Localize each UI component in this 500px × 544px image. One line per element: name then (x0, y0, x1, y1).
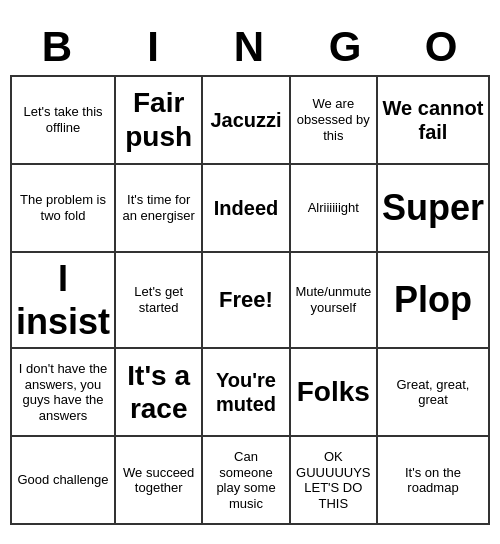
header-b: B (10, 19, 106, 75)
bingo-cell-12: Free! (203, 253, 290, 349)
bingo-cell-20: Good challenge (12, 437, 116, 525)
bingo-grid: Let's take this offlineFair pushJacuzziW… (10, 75, 490, 525)
bingo-header: B I N G O (10, 19, 490, 75)
bingo-cell-13: Mute/unmute yourself (291, 253, 378, 349)
bingo-cell-16: It's a race (116, 349, 203, 437)
header-o: O (394, 19, 490, 75)
bingo-cell-23: OK GUUUUUYS LET'S DO THIS (291, 437, 378, 525)
bingo-cell-9: Super (378, 165, 490, 253)
header-i: I (106, 19, 202, 75)
bingo-cell-19: Great, great, great (378, 349, 490, 437)
bingo-cell-3: We are obsessed by this (291, 77, 378, 165)
bingo-cell-4: We cannot fail (378, 77, 490, 165)
bingo-cell-21: We succeed together (116, 437, 203, 525)
bingo-cell-8: Alriiiiiight (291, 165, 378, 253)
bingo-cell-24: It's on the roadmap (378, 437, 490, 525)
bingo-cell-1: Fair push (116, 77, 203, 165)
header-g: G (298, 19, 394, 75)
bingo-cell-22: Can someone play some music (203, 437, 290, 525)
bingo-cell-18: Folks (291, 349, 378, 437)
header-n: N (202, 19, 298, 75)
bingo-cell-5: The problem is two fold (12, 165, 116, 253)
bingo-cell-11: Let's get started (116, 253, 203, 349)
bingo-cell-10: I insist (12, 253, 116, 349)
bingo-cell-2: Jacuzzi (203, 77, 290, 165)
bingo-cell-0: Let's take this offline (12, 77, 116, 165)
bingo-cell-6: It's time for an energiser (116, 165, 203, 253)
bingo-cell-7: Indeed (203, 165, 290, 253)
bingo-cell-17: You're muted (203, 349, 290, 437)
bingo-cell-15: I don't have the answers, you guys have … (12, 349, 116, 437)
bingo-card: B I N G O Let's take this offlineFair pu… (10, 19, 490, 525)
bingo-cell-14: Plop (378, 253, 490, 349)
